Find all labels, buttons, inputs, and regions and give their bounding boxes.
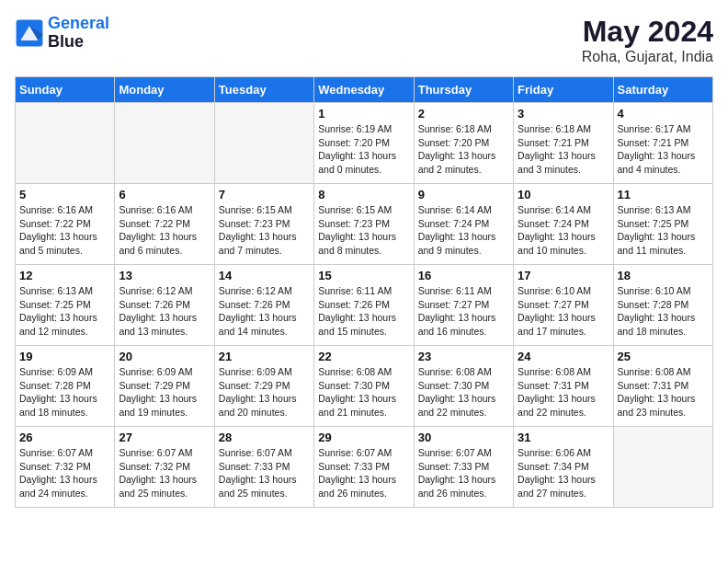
logo: General Blue bbox=[15, 15, 109, 52]
day-info: Sunrise: 6:07 AM Sunset: 7:33 PM Dayligh… bbox=[318, 446, 409, 500]
day-info: Sunrise: 6:09 AM Sunset: 7:28 PM Dayligh… bbox=[19, 365, 110, 419]
day-info: Sunrise: 6:12 AM Sunset: 7:26 PM Dayligh… bbox=[119, 284, 210, 339]
day-info: Sunrise: 6:07 AM Sunset: 7:32 PM Dayligh… bbox=[119, 446, 210, 500]
calendar-cell: 17Sunrise: 6:10 AM Sunset: 7:27 PM Dayli… bbox=[514, 265, 613, 346]
day-number: 20 bbox=[119, 350, 210, 363]
day-info: Sunrise: 6:07 AM Sunset: 7:33 PM Dayligh… bbox=[219, 446, 310, 500]
calendar-cell: 21Sunrise: 6:09 AM Sunset: 7:29 PM Dayli… bbox=[214, 346, 313, 427]
weekday-header: Friday bbox=[514, 77, 613, 103]
day-number: 9 bbox=[418, 188, 509, 201]
day-number: 17 bbox=[518, 269, 609, 282]
day-info: Sunrise: 6:06 AM Sunset: 7:34 PM Dayligh… bbox=[518, 446, 609, 500]
calendar-cell: 1Sunrise: 6:19 AM Sunset: 7:20 PM Daylig… bbox=[314, 103, 414, 184]
calendar-cell: 22Sunrise: 6:08 AM Sunset: 7:30 PM Dayli… bbox=[314, 346, 414, 427]
day-info: Sunrise: 6:19 AM Sunset: 7:20 PM Dayligh… bbox=[318, 122, 409, 177]
day-number: 19 bbox=[19, 350, 110, 363]
day-number: 12 bbox=[19, 269, 110, 282]
calendar-cell: 20Sunrise: 6:09 AM Sunset: 7:29 PM Dayli… bbox=[115, 346, 214, 427]
logo-icon bbox=[15, 18, 44, 48]
day-info: Sunrise: 6:18 AM Sunset: 7:20 PM Dayligh… bbox=[418, 122, 509, 177]
calendar-cell: 12Sunrise: 6:13 AM Sunset: 7:25 PM Dayli… bbox=[16, 265, 115, 346]
calendar-cell: 28Sunrise: 6:07 AM Sunset: 7:33 PM Dayli… bbox=[214, 427, 313, 508]
day-number: 10 bbox=[518, 188, 609, 201]
day-info: Sunrise: 6:10 AM Sunset: 7:28 PM Dayligh… bbox=[618, 284, 709, 339]
day-info: Sunrise: 6:09 AM Sunset: 7:29 PM Dayligh… bbox=[219, 365, 310, 419]
day-info: Sunrise: 6:16 AM Sunset: 7:22 PM Dayligh… bbox=[119, 203, 210, 258]
day-number: 7 bbox=[219, 188, 310, 201]
day-number: 18 bbox=[618, 269, 709, 282]
calendar-table: SundayMondayTuesdayWednesdayThursdayFrid… bbox=[15, 76, 713, 508]
month-title: May 2024 bbox=[582, 15, 713, 49]
day-info: Sunrise: 6:13 AM Sunset: 7:25 PM Dayligh… bbox=[618, 203, 709, 258]
day-info: Sunrise: 6:11 AM Sunset: 7:26 PM Dayligh… bbox=[318, 284, 409, 339]
calendar-cell: 29Sunrise: 6:07 AM Sunset: 7:33 PM Dayli… bbox=[314, 427, 414, 508]
calendar-cell: 15Sunrise: 6:11 AM Sunset: 7:26 PM Dayli… bbox=[314, 265, 414, 346]
day-number: 28 bbox=[219, 431, 310, 444]
weekday-header: Monday bbox=[115, 77, 214, 103]
day-info: Sunrise: 6:14 AM Sunset: 7:24 PM Dayligh… bbox=[518, 203, 609, 258]
day-number: 24 bbox=[518, 350, 609, 363]
day-number: 16 bbox=[418, 269, 509, 282]
calendar-cell: 10Sunrise: 6:14 AM Sunset: 7:24 PM Dayli… bbox=[514, 184, 613, 265]
day-info: Sunrise: 6:18 AM Sunset: 7:21 PM Dayligh… bbox=[518, 122, 609, 177]
calendar-cell: 16Sunrise: 6:11 AM Sunset: 7:27 PM Dayli… bbox=[414, 265, 513, 346]
weekday-header-row: SundayMondayTuesdayWednesdayThursdayFrid… bbox=[16, 77, 713, 103]
day-number: 30 bbox=[418, 431, 509, 444]
day-info: Sunrise: 6:08 AM Sunset: 7:30 PM Dayligh… bbox=[318, 365, 409, 419]
calendar-cell: 8Sunrise: 6:15 AM Sunset: 7:23 PM Daylig… bbox=[314, 184, 414, 265]
day-number: 4 bbox=[618, 107, 709, 121]
calendar-cell: 30Sunrise: 6:07 AM Sunset: 7:33 PM Dayli… bbox=[414, 427, 513, 508]
calendar-cell bbox=[115, 103, 214, 184]
calendar-cell: 25Sunrise: 6:08 AM Sunset: 7:31 PM Dayli… bbox=[613, 346, 712, 427]
day-info: Sunrise: 6:12 AM Sunset: 7:26 PM Dayligh… bbox=[219, 284, 310, 339]
day-number: 26 bbox=[19, 431, 110, 444]
day-info: Sunrise: 6:07 AM Sunset: 7:32 PM Dayligh… bbox=[19, 446, 110, 500]
page-header: General Blue May 2024 Roha, Gujarat, Ind… bbox=[15, 15, 713, 65]
calendar-cell: 18Sunrise: 6:10 AM Sunset: 7:28 PM Dayli… bbox=[613, 265, 712, 346]
day-number: 5 bbox=[19, 188, 110, 201]
day-number: 23 bbox=[418, 350, 509, 363]
weekday-header: Saturday bbox=[613, 77, 712, 103]
day-number: 6 bbox=[119, 188, 210, 201]
calendar-cell: 24Sunrise: 6:08 AM Sunset: 7:31 PM Dayli… bbox=[514, 346, 613, 427]
title-block: May 2024 Roha, Gujarat, India bbox=[582, 15, 713, 65]
day-info: Sunrise: 6:11 AM Sunset: 7:27 PM Dayligh… bbox=[418, 284, 509, 339]
day-info: Sunrise: 6:07 AM Sunset: 7:33 PM Dayligh… bbox=[418, 446, 509, 500]
day-number: 13 bbox=[119, 269, 210, 282]
day-number: 1 bbox=[318, 107, 409, 121]
weekday-header: Tuesday bbox=[214, 77, 313, 103]
calendar-cell: 14Sunrise: 6:12 AM Sunset: 7:26 PM Dayli… bbox=[214, 265, 313, 346]
day-number: 25 bbox=[618, 350, 709, 363]
calendar-cell: 19Sunrise: 6:09 AM Sunset: 7:28 PM Dayli… bbox=[16, 346, 115, 427]
calendar-cell: 31Sunrise: 6:06 AM Sunset: 7:34 PM Dayli… bbox=[514, 427, 613, 508]
day-info: Sunrise: 6:13 AM Sunset: 7:25 PM Dayligh… bbox=[19, 284, 110, 339]
calendar-week-row: 5Sunrise: 6:16 AM Sunset: 7:22 PM Daylig… bbox=[16, 184, 713, 265]
calendar-week-row: 19Sunrise: 6:09 AM Sunset: 7:28 PM Dayli… bbox=[16, 346, 713, 427]
calendar-cell: 26Sunrise: 6:07 AM Sunset: 7:32 PM Dayli… bbox=[16, 427, 115, 508]
logo-text: General Blue bbox=[48, 15, 109, 52]
day-number: 22 bbox=[318, 350, 409, 363]
weekday-header: Sunday bbox=[16, 77, 115, 103]
location: Roha, Gujarat, India bbox=[582, 49, 713, 65]
calendar-cell bbox=[16, 103, 115, 184]
day-info: Sunrise: 6:15 AM Sunset: 7:23 PM Dayligh… bbox=[219, 203, 310, 258]
calendar-week-row: 12Sunrise: 6:13 AM Sunset: 7:25 PM Dayli… bbox=[16, 265, 713, 346]
calendar-cell: 6Sunrise: 6:16 AM Sunset: 7:22 PM Daylig… bbox=[115, 184, 214, 265]
calendar-week-row: 1Sunrise: 6:19 AM Sunset: 7:20 PM Daylig… bbox=[16, 103, 713, 184]
weekday-header: Wednesday bbox=[314, 77, 414, 103]
day-info: Sunrise: 6:17 AM Sunset: 7:21 PM Dayligh… bbox=[618, 122, 709, 177]
day-info: Sunrise: 6:08 AM Sunset: 7:31 PM Dayligh… bbox=[518, 365, 609, 419]
day-number: 29 bbox=[318, 431, 409, 444]
day-number: 15 bbox=[318, 269, 409, 282]
day-number: 21 bbox=[219, 350, 310, 363]
day-info: Sunrise: 6:10 AM Sunset: 7:27 PM Dayligh… bbox=[518, 284, 609, 339]
day-info: Sunrise: 6:16 AM Sunset: 7:22 PM Dayligh… bbox=[19, 203, 110, 258]
day-number: 31 bbox=[518, 431, 609, 444]
calendar-week-row: 26Sunrise: 6:07 AM Sunset: 7:32 PM Dayli… bbox=[16, 427, 713, 508]
calendar-cell: 3Sunrise: 6:18 AM Sunset: 7:21 PM Daylig… bbox=[514, 103, 613, 184]
calendar-cell: 5Sunrise: 6:16 AM Sunset: 7:22 PM Daylig… bbox=[16, 184, 115, 265]
day-number: 3 bbox=[518, 107, 609, 121]
day-number: 14 bbox=[219, 269, 310, 282]
day-number: 8 bbox=[318, 188, 409, 201]
weekday-header: Thursday bbox=[414, 77, 513, 103]
